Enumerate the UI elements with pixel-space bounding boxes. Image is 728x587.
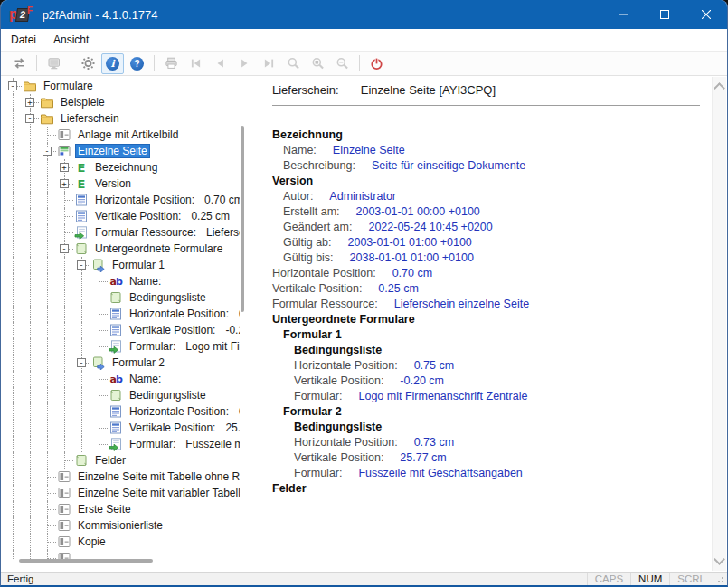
section-title: Felder xyxy=(272,482,307,495)
tree-item[interactable]: Felder xyxy=(5,452,240,469)
close-button[interactable] xyxy=(685,0,727,29)
tree-guide xyxy=(22,257,39,273)
tree-item[interactable]: Kommisionierliste xyxy=(5,517,240,534)
tree-item[interactable]: -Formular 2 xyxy=(5,355,240,371)
tree-item[interactable]: Bedingungsliste xyxy=(5,289,240,306)
tree-item[interactable]: abName: xyxy=(5,371,240,387)
tree-item[interactable]: -Lieferschein xyxy=(5,110,240,127)
tree-item[interactable]: Erste Seite xyxy=(5,501,240,517)
gear-icon xyxy=(80,56,96,71)
property-label: Erstellt am: xyxy=(283,205,340,218)
tree-item[interactable]: Formular Ressource:Lieferschein einzelne… xyxy=(5,224,240,241)
tree-connector: - xyxy=(22,110,39,127)
menu-ansicht[interactable]: Ansicht xyxy=(46,31,96,49)
tree-item[interactable]: -Formular 1 xyxy=(5,257,240,273)
detail-header-value: Einzelne Seite [AYI3CPQ] xyxy=(361,83,496,97)
expand-box-icon[interactable]: + xyxy=(60,179,69,188)
tree-item[interactable]: Formular:Fusszeile mit Geschäftsangaben xyxy=(5,436,240,452)
tree-item[interactable]: Kopie xyxy=(5,534,240,550)
tree-item[interactable]: Vertikale Position:-0.20 cm xyxy=(5,322,240,338)
tree-guide xyxy=(39,371,56,387)
tree-item[interactable] xyxy=(5,550,240,559)
detail-section-header: Formular 2 xyxy=(272,404,700,420)
tree-guide xyxy=(22,306,39,322)
detail-panel: Lieferschein:Einzelne Seite [AYI3CPQ] Be… xyxy=(260,76,727,572)
transfer-arrows-button[interactable] xyxy=(8,53,31,74)
tree-item[interactable]: +Beispiele xyxy=(5,94,240,110)
tree-guide xyxy=(22,452,39,469)
help-button[interactable]: ? xyxy=(126,53,148,74)
ab-icon: ab xyxy=(108,372,124,386)
tree-horizontal-scrollbar[interactable] xyxy=(19,559,153,563)
detail-property-row: Vertikale Position:-0.20 cm xyxy=(272,374,700,389)
tree-item[interactable]: +EVersion xyxy=(5,175,240,192)
tree-item-label: Lieferschein xyxy=(58,111,122,126)
nav-last-button xyxy=(258,53,280,74)
tree-item[interactable]: Horizontale Position:0.73 cm xyxy=(5,403,240,420)
tree-item[interactable]: -Einzelne Seite xyxy=(5,143,240,159)
tree-item[interactable]: Vertikale Position:0.25 cm xyxy=(5,208,240,224)
tree-guide xyxy=(22,224,39,241)
form-gray-icon xyxy=(56,469,72,484)
property-value: 2003-01-01 01:00 +0100 xyxy=(348,236,472,249)
logo-letter-f: F xyxy=(27,5,33,15)
tree-guide xyxy=(5,550,22,559)
tree-item[interactable]: Einzelne Seite mit variabler Tabell xyxy=(5,485,240,501)
tree-guide xyxy=(5,241,22,257)
tree-connector xyxy=(90,436,108,452)
tree-item[interactable]: Einzelne Seite mit Tabelle ohne R xyxy=(5,469,240,485)
minimize-button[interactable] xyxy=(602,0,644,29)
scroll-down-icon[interactable] xyxy=(714,554,725,565)
detail-scrollbar[interactable] xyxy=(712,77,726,571)
tree-connector: + xyxy=(56,159,73,175)
tree-item-value: -0.20 cm xyxy=(225,324,240,336)
collapse-box-icon[interactable]: - xyxy=(77,260,86,270)
collapse-box-icon[interactable]: - xyxy=(25,114,34,123)
maximize-button[interactable] xyxy=(644,0,685,29)
doc-lines-icon xyxy=(73,209,90,223)
gear-button[interactable] xyxy=(77,53,99,74)
doc-lines-icon xyxy=(108,421,124,435)
tree-item[interactable]: abName: xyxy=(5,273,240,289)
property-label: Name: xyxy=(283,144,317,156)
tree-item[interactable]: Vertikale Position:25.77 cm xyxy=(5,420,240,436)
tree-vertical-scrollbar[interactable] xyxy=(241,126,244,312)
keystate-caps: CAPS xyxy=(587,573,630,585)
resize-grip[interactable] xyxy=(713,573,727,585)
scroll-up-icon[interactable] xyxy=(714,82,725,94)
collapse-box-icon[interactable]: - xyxy=(43,147,52,156)
tree-item-label: Formular 1 xyxy=(109,258,167,272)
detail-header: Lieferschein:Einzelne Seite [AYI3CPQ] xyxy=(272,83,700,97)
info-button[interactable]: i xyxy=(101,53,124,74)
tree-item[interactable]: Bedingungsliste xyxy=(5,387,240,403)
app-logo-icon: p 2 F xyxy=(9,7,33,22)
tree-item[interactable]: Anlage mit Artikelbild xyxy=(5,127,240,143)
nav-prev-button xyxy=(209,53,232,74)
zoom-out-button xyxy=(331,53,354,74)
tree-item[interactable]: Horizontale Position:0.70 cm xyxy=(5,192,240,208)
toolbar: i? xyxy=(1,51,727,76)
expand-box-icon[interactable]: + xyxy=(25,98,34,107)
tree-item[interactable]: -Formulare xyxy=(5,78,240,94)
form-gray-icon xyxy=(56,551,72,559)
detail-property-row: Autor:Administrator xyxy=(272,189,700,204)
detail-property-row: Horizontale Position:0.70 cm xyxy=(272,266,700,281)
minimize-icon xyxy=(619,10,628,19)
section-title: Formular 2 xyxy=(283,405,342,418)
tree-item[interactable]: Horizontale Position:0.75 cm xyxy=(5,306,240,322)
collapse-box-icon[interactable]: - xyxy=(60,244,69,253)
element-icon: E xyxy=(73,160,90,175)
expand-box-icon[interactable]: + xyxy=(60,163,69,172)
tree-guide xyxy=(5,338,22,355)
window-controls xyxy=(602,0,727,29)
tree-item[interactable]: Formular:Logo mit Firmenanschrift Zentra… xyxy=(5,338,240,355)
collapse-box-icon[interactable]: - xyxy=(77,358,86,367)
tree-item-value: Logo mit Firmenanschrift Zentrale xyxy=(185,340,240,353)
detail-section-header: Version xyxy=(272,174,700,189)
menu-datei[interactable]: Datei xyxy=(4,31,43,49)
tree-item[interactable]: -Untergeordnete Formulare xyxy=(5,241,240,257)
detail-section-header: Untergeordnete Formulare xyxy=(272,312,700,327)
collapse-box-icon[interactable]: - xyxy=(8,81,17,90)
tree-item[interactable]: +EBezeichnung xyxy=(5,159,240,175)
exit-power-button[interactable] xyxy=(365,53,388,74)
